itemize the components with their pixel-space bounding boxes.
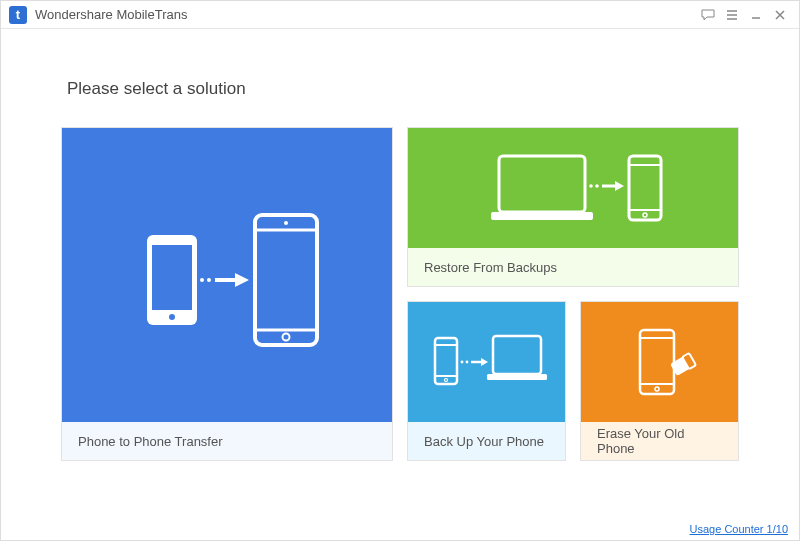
svg-rect-13 <box>491 212 593 220</box>
svg-rect-1 <box>152 245 192 310</box>
svg-point-35 <box>655 387 659 391</box>
svg-marker-17 <box>615 181 624 191</box>
card-label: Restore From Backups <box>408 248 738 286</box>
card-backup[interactable]: Back Up Your Phone <box>407 301 566 461</box>
svg-point-14 <box>589 184 593 188</box>
svg-point-15 <box>595 184 599 188</box>
svg-point-3 <box>200 278 204 282</box>
solution-grid: Phone to Phone Transfer <box>61 127 739 461</box>
card-restore[interactable]: Restore From Backups <box>407 127 739 287</box>
app-title: Wondershare MobileTrans <box>35 7 187 22</box>
svg-rect-30 <box>493 336 541 374</box>
svg-point-21 <box>643 213 647 217</box>
svg-point-27 <box>465 361 468 364</box>
svg-point-11 <box>283 334 290 341</box>
card-label: Phone to Phone Transfer <box>62 422 392 460</box>
svg-marker-6 <box>235 273 249 287</box>
svg-point-4 <box>207 278 211 282</box>
card-phone-transfer[interactable]: Phone to Phone Transfer <box>61 127 393 461</box>
svg-marker-29 <box>481 358 488 366</box>
menu-icon[interactable] <box>721 4 743 26</box>
svg-point-10 <box>284 221 288 225</box>
page-heading: Please select a solution <box>67 79 739 99</box>
footer: Usage Counter 1/10 <box>690 523 788 535</box>
usage-counter-link[interactable]: Usage Counter 1/10 <box>690 523 788 535</box>
phone-transfer-icon <box>62 128 392 422</box>
titlebar: t Wondershare MobileTrans <box>1 1 799 29</box>
svg-rect-7 <box>255 215 317 345</box>
minimize-button[interactable] <box>745 4 767 26</box>
app-logo-icon: t <box>9 6 27 24</box>
svg-rect-31 <box>487 374 547 380</box>
svg-point-26 <box>460 361 463 364</box>
small-cards-row: Back Up Your Phone <box>407 301 739 461</box>
main-content: Please select a solution <box>1 29 799 471</box>
card-label: Erase Your Old Phone <box>581 422 738 460</box>
restore-icon <box>408 128 738 248</box>
svg-point-2 <box>169 314 175 320</box>
card-label: Back Up Your Phone <box>408 422 565 460</box>
erase-icon <box>581 302 738 422</box>
svg-point-25 <box>444 379 447 382</box>
card-erase[interactable]: Erase Your Old Phone <box>580 301 739 461</box>
backup-icon <box>408 302 565 422</box>
svg-rect-12 <box>499 156 585 212</box>
feedback-icon[interactable] <box>697 4 719 26</box>
close-button[interactable] <box>769 4 791 26</box>
